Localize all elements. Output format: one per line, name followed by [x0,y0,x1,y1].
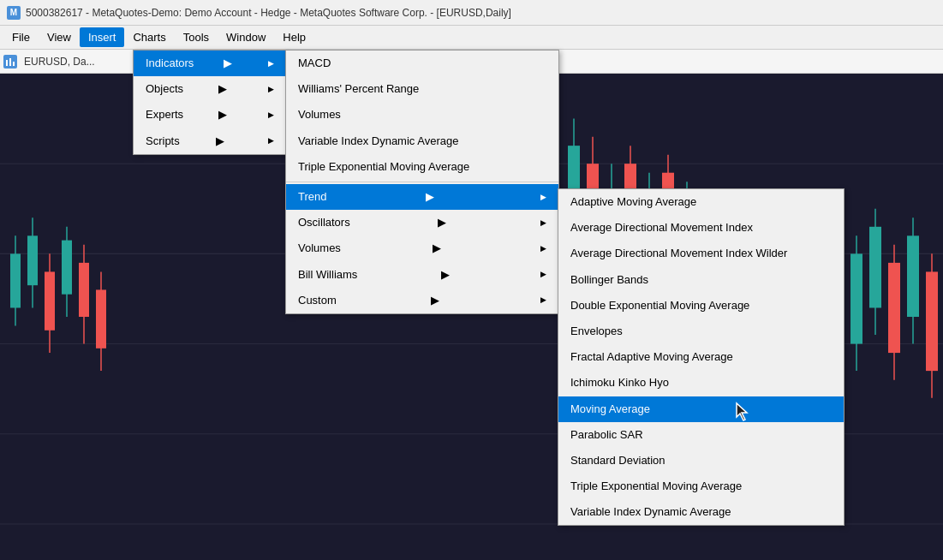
menu-bar: File View Insert Charts Tools Window Hel… [0,26,943,50]
menu-file[interactable]: File [3,27,39,47]
trend-adx-wilder[interactable]: Average Directional Movement Index Wilde… [558,241,844,266]
indicator-volumes-sub[interactable]: Volumes ▶ [286,235,558,261]
indicator-custom[interactable]: Custom ▶ [286,288,558,313]
app-icon: M [7,6,21,20]
trend-tema[interactable]: Triple Exponential Moving Average [558,474,844,499]
trend-frama[interactable]: Fractal Adaptive Moving Average [558,344,844,370]
svg-rect-11 [27,235,38,285]
trend-vida[interactable]: Variable Index Dynamic Average [558,499,844,525]
title-bar: M 5000382617 - MetaQuotes-Demo: Demo Acc… [0,0,943,26]
indicators-menu[interactable]: MACD Williams' Percent Range Volumes Var… [285,50,559,314]
insert-menu[interactable]: Indicators ▶ Objects ▶ Experts ▶ Scripts… [133,50,287,155]
svg-rect-15 [62,241,72,295]
svg-rect-9 [10,253,21,307]
indicator-macd[interactable]: MACD [286,51,558,76]
menu-view[interactable]: View [39,27,80,47]
menu-insert[interactable]: Insert [80,27,125,47]
menu-experts[interactable]: Experts ▶ [134,102,286,128]
menu-window[interactable]: Window [218,27,274,47]
trend-adx[interactable]: Average Directional Movement Index [558,215,844,241]
trend-std-deviation[interactable]: Standard Deviation [558,448,844,474]
indicator-oscillators[interactable]: Oscillators ▶ [286,210,558,235]
trend-menu[interactable]: Adaptive Moving Average Average Directio… [558,188,845,526]
trend-dema[interactable]: Double Exponential Moving Average [558,293,844,319]
indicator-trend[interactable]: Trend ▶ [286,184,558,210]
menu-help[interactable]: Help [274,27,314,47]
svg-rect-13 [45,271,55,330]
svg-rect-17 [79,263,89,317]
svg-rect-19 [96,289,106,348]
svg-rect-57 [907,235,919,317]
chart-label: EURUSD, Da... [19,56,100,68]
indicator-bill-williams[interactable]: Bill Williams ▶ [286,262,558,288]
title-bar-text: 5000382617 - MetaQuotes-Demo: Demo Accou… [26,7,511,19]
trend-moving-average[interactable]: Moving Average [558,396,844,422]
svg-rect-51 [850,253,862,343]
indicator-volumes[interactable]: Volumes [286,102,558,128]
svg-rect-1 [9,58,11,66]
svg-rect-59 [926,271,938,371]
indicator-vida[interactable]: Variable Index Dynamic Average [286,128,558,154]
indicator-williams-pct[interactable]: Williams' Percent Range [286,76,558,102]
svg-rect-2 [13,62,15,66]
trend-adaptive-ma[interactable]: Adaptive Moving Average [558,189,844,215]
menu-charts[interactable]: Charts [124,27,174,47]
chart-icon [3,55,17,69]
menu-indicators[interactable]: Indicators ▶ [134,51,286,76]
svg-rect-55 [888,263,900,353]
trend-parabolic-sar[interactable]: Parabolic SAR [558,422,844,448]
menu-objects[interactable]: Objects ▶ [134,76,286,102]
indicator-tema[interactable]: Triple Exponential Moving Average [286,154,558,180]
menu-divider [286,182,558,182]
svg-rect-0 [6,60,8,66]
trend-bollinger[interactable]: Bollinger Bands [558,267,844,293]
trend-ichimoku[interactable]: Ichimoku Kinko Hyo [558,370,844,396]
menu-scripts[interactable]: Scripts ▶ [134,128,286,154]
svg-rect-53 [869,227,881,308]
menu-tools[interactable]: Tools [175,27,218,47]
trend-envelopes[interactable]: Envelopes [558,319,844,344]
